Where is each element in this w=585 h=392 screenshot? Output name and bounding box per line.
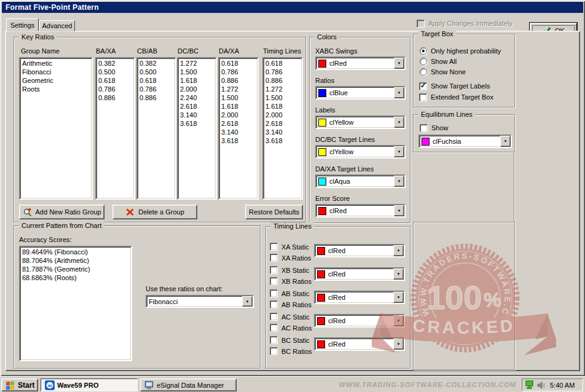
group-name-listbox[interactable]: ArithmeticFibonacciGeometricRoots xyxy=(19,57,93,200)
list-item[interactable]: 2.618 xyxy=(221,119,257,128)
checkbox-icon[interactable] xyxy=(270,243,278,251)
timing-line-color-combo[interactable]: clRed xyxy=(314,244,405,257)
checkbox-icon[interactable] xyxy=(270,289,278,297)
dropdown-arrow-icon[interactable] xyxy=(393,315,404,326)
ratios-checkbox[interactable]: BC Ratios xyxy=(270,347,312,355)
labels-color-combo[interactable]: clYellow xyxy=(315,116,406,129)
list-item[interactable]: 2.618 xyxy=(179,102,216,111)
daxa-listbox[interactable]: 0.6180.7860.8861.2721.5001.6182.0002.618… xyxy=(218,57,259,200)
checkbox-icon[interactable] xyxy=(419,93,427,101)
list-item[interactable]: 0.786 xyxy=(265,68,302,76)
checkbox-icon[interactable] xyxy=(270,266,278,274)
checkbox-icon[interactable] xyxy=(270,254,278,262)
radio-show-all[interactable]: Show All xyxy=(420,57,457,66)
radio-only-highest-probability[interactable]: Only highest probability xyxy=(420,47,501,55)
use-ratios-combo[interactable]: Fibonacci xyxy=(146,295,254,308)
restore-defaults-button[interactable]: Restore Defaults xyxy=(245,205,303,219)
static-checkbox[interactable]: XA Static xyxy=(270,243,311,251)
radio-icon[interactable] xyxy=(420,47,427,55)
daxa-target-lines-color-combo[interactable]: clAqua xyxy=(315,174,406,188)
list-item[interactable]: 0.618 xyxy=(265,59,302,68)
ratios-checkbox[interactable]: AB Ratios xyxy=(270,300,312,308)
ratios-color-combo[interactable]: clBlue xyxy=(315,86,406,100)
checkbox-icon[interactable] xyxy=(270,347,278,355)
radio-icon[interactable] xyxy=(420,58,427,65)
list-item[interactable]: 3.618 xyxy=(179,119,216,128)
static-checkbox[interactable]: BC Static xyxy=(270,336,312,344)
list-item[interactable]: Geometric xyxy=(22,76,92,85)
tab-advanced[interactable]: Advanced xyxy=(39,20,75,31)
accuracy-scores-listbox[interactable]: 89.4649% (Fibonacci)88.7064% (Arithmetic… xyxy=(19,246,132,361)
list-item[interactable]: 1.272 xyxy=(221,85,257,93)
list-item[interactable]: 2.618 xyxy=(265,119,302,128)
dropdown-arrow-icon[interactable] xyxy=(393,245,404,256)
list-item[interactable]: 0.886 xyxy=(139,93,175,102)
radio-icon[interactable] xyxy=(420,68,427,76)
checkbox-icon[interactable] xyxy=(419,82,427,90)
dropdown-arrow-icon[interactable] xyxy=(394,117,404,128)
list-item[interactable]: 3.140 xyxy=(221,128,257,136)
list-item[interactable]: 1.500 xyxy=(221,93,257,102)
list-item[interactable]: 1.500 xyxy=(179,68,216,76)
title-bar[interactable]: Format Five-Point Pattern xyxy=(2,2,583,13)
tab-settings[interactable]: Settings xyxy=(6,18,39,31)
dropdown-arrow-icon[interactable] xyxy=(394,87,404,98)
checkbox-icon[interactable] xyxy=(270,336,278,344)
static-checkbox[interactable]: XB Static xyxy=(270,266,312,274)
dropdown-arrow-icon[interactable] xyxy=(393,292,404,303)
list-item[interactable]: 0.886 xyxy=(98,93,134,102)
checkbox-icon[interactable] xyxy=(420,124,428,132)
checkbox-icon[interactable] xyxy=(270,300,278,308)
list-item[interactable]: 0.500 xyxy=(98,68,134,76)
list-item[interactable]: 1.272 xyxy=(179,59,216,68)
equilibrium-color-combo[interactable]: clFuchsia xyxy=(418,135,512,148)
add-new-ratio-group-button[interactable]: Add New Ratio Group xyxy=(19,205,104,219)
extended-target-box-checkbox[interactable]: Extended Target Box xyxy=(419,93,493,101)
list-item[interactable]: 88.7064% (Arithmetic) xyxy=(22,256,131,265)
list-item[interactable]: 68.6863% (Roots) xyxy=(22,273,131,282)
error-score-color-combo[interactable]: clRed xyxy=(315,204,406,218)
list-item[interactable]: 0.886 xyxy=(221,76,257,85)
list-item[interactable]: 0.382 xyxy=(98,59,134,68)
list-item[interactable]: 0.786 xyxy=(221,68,257,76)
dropdown-arrow-icon[interactable] xyxy=(242,296,253,307)
list-item[interactable]: 0.500 xyxy=(139,68,175,76)
list-item[interactable]: 1.618 xyxy=(179,76,216,85)
taskbar-task-wave59[interactable]: w Wave59 PRO xyxy=(41,378,138,391)
list-item[interactable]: 1.500 xyxy=(265,93,302,102)
radio-show-none[interactable]: Show None xyxy=(420,68,466,76)
cbab-listbox[interactable]: 0.3820.5000.6180.7860.886 xyxy=(136,57,176,200)
list-item[interactable]: 0.618 xyxy=(221,59,257,68)
dropdown-arrow-icon[interactable] xyxy=(394,58,404,69)
list-item[interactable]: 3.140 xyxy=(265,128,302,136)
list-item[interactable]: 2.240 xyxy=(179,93,216,102)
dropdown-arrow-icon[interactable] xyxy=(394,176,404,187)
list-item[interactable]: 1.618 xyxy=(265,102,302,111)
dcbc-target-lines-color-combo[interactable]: clYellow xyxy=(315,145,406,159)
dropdown-arrow-icon[interactable] xyxy=(500,136,511,147)
list-item[interactable]: 1.272 xyxy=(265,85,302,93)
equilibrium-show-checkbox[interactable]: Show xyxy=(420,123,449,132)
show-target-labels-checkbox[interactable]: Show Target Labels xyxy=(419,82,490,90)
list-item[interactable]: 0.786 xyxy=(139,85,175,93)
timing-line-color-combo[interactable]: clRed xyxy=(314,314,405,327)
dropdown-arrow-icon[interactable] xyxy=(393,339,404,350)
list-item[interactable]: Fibonacci xyxy=(22,68,92,76)
ratios-checkbox[interactable]: XA Ratios xyxy=(270,254,311,262)
delete-a-group-button[interactable]: Delete a Group xyxy=(112,205,197,219)
list-item[interactable]: 0.618 xyxy=(139,76,175,85)
dropdown-arrow-icon[interactable] xyxy=(393,269,404,280)
list-item[interactable]: 0.786 xyxy=(98,85,134,93)
list-item[interactable]: 1.618 xyxy=(221,102,257,111)
ratios-checkbox[interactable]: XB Ratios xyxy=(270,277,312,285)
list-item[interactable]: Arithmetic xyxy=(22,59,92,68)
list-item[interactable]: 2.000 xyxy=(221,111,257,119)
xabc-swings-color-combo[interactable]: clRed xyxy=(315,57,406,70)
volume-tray-icon[interactable] xyxy=(537,381,546,390)
list-item[interactable]: 0.618 xyxy=(98,76,134,85)
checkbox-icon[interactable] xyxy=(270,277,278,285)
checkbox-icon[interactable] xyxy=(270,313,278,321)
checkbox-icon[interactable] xyxy=(270,324,278,332)
list-item[interactable]: 3.618 xyxy=(265,136,302,145)
timing-line-color-combo[interactable]: clRed xyxy=(314,267,405,281)
